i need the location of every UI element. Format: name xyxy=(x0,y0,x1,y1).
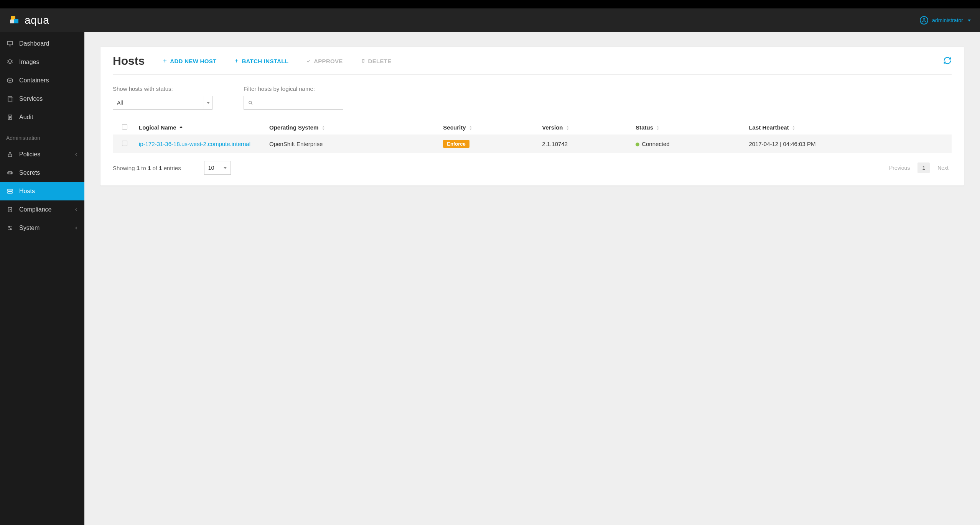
sidebar-section-label: Administration xyxy=(0,126,84,145)
box-icon xyxy=(6,77,14,84)
app-header: aqua administrator xyxy=(0,8,980,32)
sidebar-item-label: Audit xyxy=(19,114,33,121)
status-filter-block: Show hosts with status: All xyxy=(113,85,212,110)
security-badge: Enforce xyxy=(443,140,469,148)
plus-icon xyxy=(162,58,168,64)
page-size-select[interactable]: 10 xyxy=(204,161,231,175)
svg-rect-2 xyxy=(10,20,14,23)
svg-rect-4 xyxy=(7,41,13,45)
svg-rect-8 xyxy=(8,154,12,157)
action-label: ADD NEW HOST xyxy=(170,58,216,64)
row-checkbox[interactable] xyxy=(122,141,127,146)
user-menu[interactable]: administrator xyxy=(920,16,971,25)
sidebar-item-dashboard[interactable]: Dashboard xyxy=(0,34,84,53)
next-page-button[interactable]: Next xyxy=(934,162,952,173)
layers-icon xyxy=(6,58,14,66)
sidebar-item-services[interactable]: Services xyxy=(0,90,84,108)
sidebar-item-system[interactable]: System xyxy=(0,219,84,237)
header-label: Version xyxy=(542,124,563,131)
sidebar-item-label: Hosts xyxy=(19,188,35,195)
trash-icon xyxy=(361,58,366,64)
cell-version: 2.1.10742 xyxy=(539,135,632,153)
main-content: Hosts ADD NEW HOST BATCH INSTALL APPROVE… xyxy=(84,32,980,525)
prev-page-button[interactable]: Previous xyxy=(886,162,913,173)
header-label: Last Heartbeat xyxy=(749,124,789,131)
cell-os: OpenShift Enterprise xyxy=(266,135,440,153)
clipboard-icon xyxy=(6,113,14,121)
plus-icon xyxy=(234,58,239,64)
caret-down-icon xyxy=(207,102,210,104)
status-filter-label: Show hosts with status: xyxy=(113,85,212,92)
col-header-logical-name[interactable]: Logical Name xyxy=(136,120,266,135)
key-icon xyxy=(6,169,14,177)
name-filter-input-wrap[interactable] xyxy=(244,96,343,110)
sidebar-item-audit[interactable]: Audit xyxy=(0,108,84,126)
approve-button: APPROVE xyxy=(306,58,343,64)
showing-text: Showing 1 to 1 of 1 entries xyxy=(113,165,181,171)
page-number-button[interactable]: 1 xyxy=(917,162,930,173)
sidebar-item-policies[interactable]: Policies xyxy=(0,145,84,164)
user-icon xyxy=(920,16,928,25)
stack-icon xyxy=(6,95,14,103)
check-icon xyxy=(306,58,311,64)
divider xyxy=(228,85,228,110)
col-header-heartbeat[interactable]: Last Heartbeat xyxy=(746,120,952,135)
sidebar-item-images[interactable]: Images xyxy=(0,53,84,71)
header-label: Status xyxy=(636,124,653,131)
col-header-version[interactable]: Version xyxy=(539,120,632,135)
svg-point-16 xyxy=(249,101,252,104)
col-header-status[interactable]: Status xyxy=(632,120,746,135)
brand-text: aqua xyxy=(25,14,49,26)
sidebar-item-compliance[interactable]: Compliance xyxy=(0,200,84,219)
select-value: All xyxy=(117,100,204,106)
chevron-left-icon xyxy=(74,225,78,231)
sidebar-item-containers[interactable]: Containers xyxy=(0,71,84,90)
host-link[interactable]: ip-172-31-36-18.us-west-2.compute.intern… xyxy=(139,141,250,147)
svg-rect-1 xyxy=(14,19,18,23)
svg-rect-12 xyxy=(8,192,12,194)
select-value: 10 xyxy=(208,165,224,171)
sidebar-item-label: Dashboard xyxy=(19,40,49,47)
action-label: DELETE xyxy=(368,58,392,64)
name-filter-input[interactable] xyxy=(256,100,339,106)
sort-icon xyxy=(322,126,325,130)
table-row: ip-172-31-36-18.us-west-2.compute.intern… xyxy=(113,135,952,153)
sort-icon xyxy=(566,126,569,130)
browser-chrome xyxy=(0,0,980,8)
hosts-card: Hosts ADD NEW HOST BATCH INSTALL APPROVE… xyxy=(100,47,964,185)
caret-down-icon xyxy=(224,167,227,169)
header-label: Logical Name xyxy=(139,124,176,131)
sort-icon xyxy=(792,126,795,130)
sidebar-item-label: Images xyxy=(19,59,39,66)
chevron-left-icon xyxy=(74,206,78,213)
logo-icon xyxy=(9,15,20,26)
sort-asc-icon xyxy=(180,126,183,130)
sidebar-item-label: Services xyxy=(19,95,43,102)
hosts-table: Logical Name Operating System Security xyxy=(113,120,952,153)
sidebar-item-secrets[interactable]: Secrets xyxy=(0,164,84,182)
sliders-icon xyxy=(6,224,14,232)
sidebar: Dashboard Images Containers Services Aud… xyxy=(0,32,84,525)
add-new-host-button[interactable]: ADD NEW HOST xyxy=(162,58,216,64)
status-text: Connected xyxy=(642,141,670,147)
refresh-button[interactable] xyxy=(943,56,952,66)
sidebar-item-label: Containers xyxy=(19,77,49,84)
sort-icon xyxy=(656,126,659,130)
sort-icon xyxy=(469,126,472,130)
select-caret-box xyxy=(204,96,212,109)
select-all-checkbox[interactable] xyxy=(122,124,127,130)
batch-install-button[interactable]: BATCH INSTALL xyxy=(234,58,288,64)
cell-heartbeat: 2017-04-12 | 04:46:03 PM xyxy=(746,135,952,153)
check-clipboard-icon xyxy=(6,206,14,213)
col-header-os[interactable]: Operating System xyxy=(266,120,440,135)
svg-rect-11 xyxy=(8,189,12,191)
pager: Previous 1 Next xyxy=(886,162,952,173)
page-title: Hosts xyxy=(113,54,145,67)
logo[interactable]: aqua xyxy=(9,14,49,26)
status-filter-select[interactable]: All xyxy=(113,96,212,110)
sidebar-item-hosts[interactable]: Hosts xyxy=(0,182,84,200)
monitor-icon xyxy=(6,40,14,48)
col-header-security[interactable]: Security xyxy=(440,120,539,135)
action-label: APPROVE xyxy=(314,58,343,64)
cell-status: Connected xyxy=(632,135,746,153)
